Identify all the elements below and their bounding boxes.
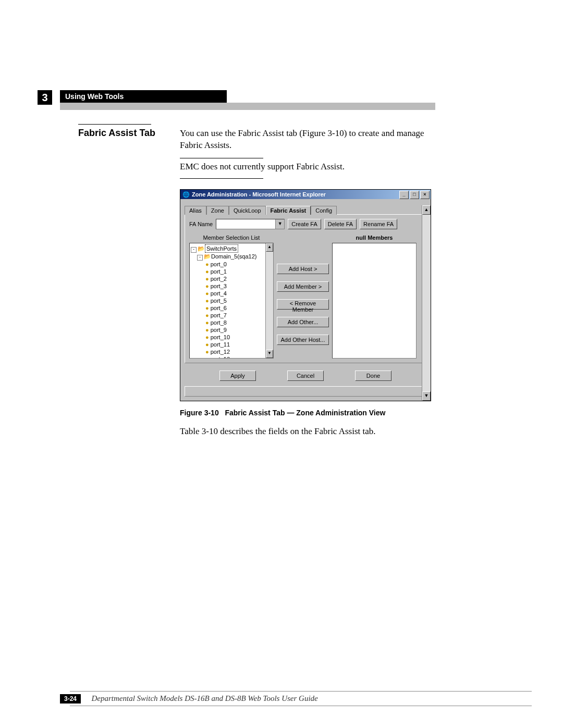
tree-port[interactable]: port_6 [211,305,227,311]
ie-window: 🌐 Zone Administration - Microsoft Intern… [180,189,431,401]
tab-fabric-assist[interactable]: Fabric Assist [266,206,311,215]
tree-root[interactable]: SwitchPorts [205,244,238,253]
dialog-button-row: Apply Cancel Done [185,363,426,384]
collapse-icon[interactable]: - [191,247,197,253]
status-bar [185,386,426,397]
apply-button[interactable]: Apply [219,371,256,381]
port-icon: ● [205,349,209,355]
scroll-up-icon[interactable]: ▲ [422,205,431,215]
delete-fa-button[interactable]: Delete FA [324,219,357,229]
port-icon: ● [205,268,209,275]
create-fa-button[interactable]: Create FA [288,219,321,229]
section-rule [78,124,151,125]
tab-strip: Alias Zone QuickLoop Fabric Assist Confi… [185,205,426,214]
tree-scroll-down-icon[interactable]: ▼ [266,350,273,358]
tree-port[interactable]: port_10 [211,334,230,340]
chapter-number-badge: 3 [38,90,52,105]
tree-scrollbar[interactable]: ▲ ▼ [265,243,273,358]
member-selection-header: Member Selection List [203,235,260,241]
footer-rule-top [70,691,532,692]
members-listbox[interactable] [332,243,417,359]
remove-member-button[interactable]: < Remove Member [277,299,329,310]
header-rule [60,103,435,110]
footer-rule-bottom [70,706,532,706]
port-icon: ● [205,312,209,318]
port-icon: ● [205,276,209,282]
rename-fa-button[interactable]: Rename FA [360,219,397,229]
note-text: EMC does not currently support Fabric As… [180,162,443,172]
port-icon: ● [205,290,209,297]
transfer-buttons-column: Add Host > Add Member > < Remove Member … [277,235,329,359]
minimize-button[interactable]: _ [399,191,409,199]
add-other-host-button[interactable]: Add Other Host... [277,335,329,345]
figure-caption: Figure 3-10 Fabric Assist Tab — Zone Adm… [180,409,443,417]
members-column: null Members [332,235,417,359]
tree-port[interactable]: port_8 [211,319,227,326]
body-column: Fabric Assist Tab You can use the Fabric… [78,124,443,437]
tree-port[interactable]: port_0 [211,261,227,267]
done-button[interactable]: Done [355,371,391,381]
chevron-down-icon[interactable]: ▼ [275,219,284,229]
scroll-down-icon[interactable]: ▼ [422,391,431,401]
window-title: Zone Administration - Microsoft Internet… [192,190,326,199]
add-other-button[interactable]: Add Other... [277,317,329,327]
page-footer: 3-24 Departmental Switch Models DS-16B a… [60,691,532,706]
cancel-button[interactable]: Cancel [287,371,324,381]
tree-port[interactable]: port_4 [211,290,227,297]
port-icon: ● [205,327,209,333]
member-selection-tree[interactable]: ▲ ▼ -📂SwitchPorts -📂Domain_5(sqa12) ● po… [189,243,274,359]
port-icon: ● [205,283,209,289]
app-client-area: ▲ ▼ Alias Zone QuickLoop Fabric Assist C… [180,205,431,401]
folder-icon: 📂 [198,245,205,252]
figure-number: Figure 3-10 [180,409,219,417]
fa-name-combo[interactable]: ▼ [216,219,285,229]
collapse-icon[interactable]: - [197,255,203,261]
port-icon: ● [205,298,209,304]
fa-name-label: FA Name [189,221,213,227]
footer-book-title: Departmental Switch Models DS-16B and DS… [91,694,317,703]
port-icon: ● [205,261,209,267]
fa-name-value [216,219,275,229]
ie-icon: 🌐 [182,190,190,199]
tab-config[interactable]: Config [311,206,337,215]
tree-port[interactable]: port_13 [211,356,230,359]
tree-port[interactable]: port_7 [211,312,227,318]
tree-port[interactable]: port_9 [211,327,227,333]
tab-alias[interactable]: Alias [185,206,206,215]
chapter-header: 3 Using Web Tools [32,90,563,110]
close-button[interactable]: × [420,191,430,199]
tree-scroll-up-icon[interactable]: ▲ [266,243,273,252]
figure-container: 🌐 Zone Administration - Microsoft Intern… [180,189,443,437]
section-title: Fabric Assist Tab [78,128,172,139]
add-host-button[interactable]: Add Host > [277,264,329,274]
port-icon: ● [205,356,209,359]
tree-port[interactable]: port_3 [211,283,227,289]
tab-quickloop[interactable]: QuickLoop [229,206,266,215]
folder-icon: 📂 [204,253,211,260]
add-member-button[interactable]: Add Member > [277,281,329,292]
running-head: Using Web Tools [60,90,227,103]
fa-name-row: FA Name ▼ Create FA Delete FA Rename FA [189,219,422,229]
port-icon: ● [205,305,209,311]
maximize-button[interactable]: □ [410,191,419,199]
document-page: 3 Using Web Tools Fabric Assist Tab You … [0,0,563,728]
tree-domain-1[interactable]: Domain_5(sqa12) [211,253,256,260]
figure-title: Fabric Assist Tab — Zone Administration … [225,409,385,417]
tree-port[interactable]: port_2 [211,276,227,282]
paragraph-after-figure: Table 3-10 describes the fields on the F… [180,426,443,437]
tree-port[interactable]: port_12 [211,349,230,355]
tab-zone[interactable]: Zone [206,206,229,215]
port-icon: ● [205,341,209,348]
port-icon: ● [205,319,209,326]
tree-port[interactable]: port_11 [211,341,230,348]
note-rule-bottom [180,178,263,179]
outer-scrollbar[interactable]: ▲ ▼ [422,205,431,401]
members-header: null Members [356,235,393,241]
title-bar: 🌐 Zone Administration - Microsoft Intern… [180,190,431,199]
tree-port[interactable]: port_5 [211,298,227,304]
tree-content: -📂SwitchPorts -📂Domain_5(sqa12) ● port_0… [190,243,273,359]
note-rule-top [180,158,263,158]
section-paragraph: You can use the Fabric Assist tab (Figur… [180,128,443,152]
member-selection-column: Member Selection List ▲ ▼ -📂SwitchPorts … [189,235,274,359]
tree-port[interactable]: port_1 [211,268,227,275]
